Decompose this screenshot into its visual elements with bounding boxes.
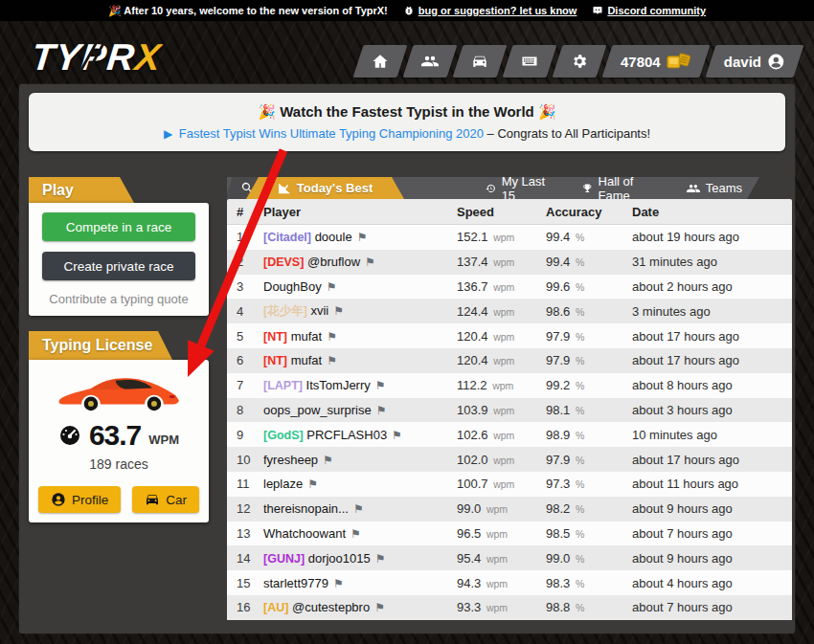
flag-icon: ⚑	[374, 601, 385, 614]
bug-suggestion-link[interactable]: bug or suggestion? let us know	[403, 5, 577, 16]
date-cell: 10 minutes ago	[632, 428, 782, 442]
nav-garage-button[interactable]	[453, 45, 508, 78]
create-private-race-button[interactable]: Create private race	[42, 252, 195, 280]
announcement-link[interactable]: Fastest Typist Wins Ultimate Typing Cham…	[179, 126, 484, 141]
accuracy-cell: 98.9 %	[546, 428, 632, 442]
player-cell[interactable]: starlett9779⚑	[263, 576, 457, 590]
flag-icon: ⚑	[327, 354, 337, 367]
accuracy-cell: 99.4 %	[546, 255, 632, 269]
race-count: 189 races	[29, 456, 209, 472]
play-triangle-icon: ▶	[164, 127, 172, 141]
discord-link[interactable]: Discord community	[592, 5, 706, 16]
player-cell[interactable]: fyresheep⚑	[263, 453, 457, 467]
tab-todays-best[interactable]: Today's Best	[246, 177, 404, 199]
tab-my-last-15[interactable]: My Last 15	[468, 177, 565, 199]
player-cell[interactable]: oops_pow_surprise⚑	[263, 403, 457, 417]
contribute-quote-link[interactable]: Contribute a typing quote	[29, 292, 209, 306]
accuracy-cell: 98.5 %	[546, 526, 632, 541]
accuracy-cell: 98.8 %	[546, 600, 632, 614]
player-name[interactable]: @bruflow	[307, 255, 360, 269]
col-rank: #	[237, 205, 263, 219]
player-name[interactable]: thereisnopain...	[263, 501, 349, 516]
flag-icon: ⚑	[365, 255, 375, 269]
flag-icon: ⚑	[333, 577, 344, 590]
player-name[interactable]: fyresheep	[263, 453, 318, 467]
nav-account-button[interactable]: david	[705, 45, 803, 78]
date-cell: about 9 hours ago	[632, 501, 782, 516]
accuracy-cell: 97.9 %	[546, 353, 632, 367]
tab-teams[interactable]: Teams	[669, 177, 759, 199]
player-cell[interactable]: [Citadel] dooule⚑	[263, 230, 457, 244]
player-name[interactable]: xvii	[310, 303, 328, 318]
speed-cell: 124.4 wpm	[457, 304, 546, 319]
date-cell: about 17 hours ago	[632, 353, 782, 367]
player-cell[interactable]: [GUNJ] dorjoo1015⚑	[263, 551, 457, 566]
table-header: # Player Speed Accuracy Date	[227, 199, 792, 225]
date-cell: about 3 hours ago	[632, 403, 782, 417]
nav-keyboard-button[interactable]	[503, 45, 557, 78]
player-cell[interactable]: [LAPT] ItsTomJerry⚑	[263, 378, 457, 392]
announcement-suffix: – Congrats to All Participants!	[487, 126, 651, 141]
player-name[interactable]: leplaze	[263, 477, 303, 491]
date-cell: about 2 hours ago	[632, 279, 782, 294]
speed-cell: 93.3 wpm	[457, 600, 546, 614]
date-cell: about 7 hours ago	[632, 526, 782, 541]
table-row: 12thereisnopain...⚑99.0 wpm98.2 %about 9…	[227, 497, 792, 522]
player-name[interactable]: Whatchoowant	[263, 526, 346, 541]
player-cell[interactable]: DoughBoy⚑	[263, 279, 457, 294]
speed-cell: 137.4 wpm	[457, 255, 546, 269]
player-name[interactable]: dorjoo1015	[308, 551, 371, 566]
player-name[interactable]: oops_pow_surprise	[263, 403, 372, 417]
car-button[interactable]: Car	[132, 486, 199, 513]
player-name[interactable]: @cutestepbro	[292, 600, 370, 614]
player-name[interactable]: starlett9779	[263, 576, 328, 590]
nav-home-button[interactable]	[353, 45, 408, 78]
player-name[interactable]: mufat	[291, 353, 323, 367]
trophy-icon	[582, 182, 593, 195]
rank-cell: 3	[237, 279, 263, 294]
player-name[interactable]: mufat	[291, 329, 323, 344]
table-row: 1[Citadel] dooule⚑152.1 wpm99.4 %about 1…	[227, 225, 792, 250]
discord-icon	[592, 5, 603, 16]
speed-cell: 95.4 wpm	[457, 551, 546, 566]
player-cell[interactable]: thereisnopain...⚑	[263, 501, 457, 516]
table-row: 13Whatchoowant⚑96.5 wpm98.5 %about 7 hou…	[227, 522, 792, 546]
player-cell[interactable]: Whatchoowant⚑	[263, 526, 457, 541]
rank-cell: 7	[237, 378, 263, 392]
player-name[interactable]: ItsTomJerry	[306, 378, 371, 392]
player-cell[interactable]: [DEVS] @bruflow⚑	[263, 255, 457, 269]
nav-balance-button[interactable]: 47804	[602, 45, 711, 78]
accuracy-cell: 97.9 %	[546, 453, 632, 467]
col-player: Player	[263, 205, 457, 219]
speedometer-icon	[58, 424, 81, 447]
player-cell[interactable]: [花少年] xvii⚑	[263, 303, 457, 320]
nav-settings-button[interactable]	[553, 45, 607, 78]
player-name[interactable]: dooule	[315, 230, 352, 244]
bug-icon	[403, 5, 415, 16]
player-name[interactable]: PRCFLASH03	[306, 428, 387, 442]
speed-cell: 136.7 wpm	[457, 279, 546, 294]
compete-race-button[interactable]: Compete in a race	[42, 212, 195, 241]
player-cell[interactable]: [NT] mufat⚑	[263, 353, 457, 367]
tab-hall-of-fame[interactable]: Hall of Fame	[565, 177, 669, 199]
player-name[interactable]: DoughBoy	[263, 279, 322, 294]
home-icon	[372, 53, 389, 70]
accuracy-cell: 98.1 %	[546, 403, 632, 417]
rank-cell: 4	[237, 304, 263, 319]
speed-cell: 100.7 wpm	[457, 477, 546, 491]
typrx-logo[interactable]: TYPRX	[30, 36, 164, 78]
team-tag: [GUNJ]	[263, 552, 305, 566]
player-cell[interactable]: [AU] @cutestepbro⚑	[263, 600, 457, 614]
player-cell[interactable]: leplaze⚑	[263, 477, 457, 491]
nav-multiplayer-button[interactable]	[403, 45, 458, 78]
player-cell[interactable]: [NT] mufat⚑	[263, 329, 457, 344]
profile-button[interactable]: Profile	[38, 486, 121, 513]
flag-icon: ⚑	[375, 552, 386, 566]
typing-license-header: Typing License	[29, 331, 172, 360]
player-cell[interactable]: [GodS] PRCFLASH03⚑	[263, 428, 457, 442]
rank-cell: 11	[237, 477, 263, 491]
speed-cell: 94.3 wpm	[457, 576, 546, 590]
speed-cell: 102.0 wpm	[457, 453, 546, 467]
table-row: 9[GodS] PRCFLASH03⚑102.6 wpm98.9 %10 min…	[227, 422, 792, 447]
keyboard-icon	[521, 53, 538, 70]
